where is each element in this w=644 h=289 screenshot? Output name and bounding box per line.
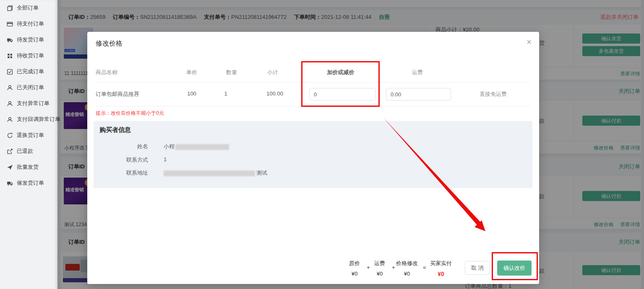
- cell-qty: 1: [224, 90, 227, 97]
- sidebar-item-label: 批量发货: [17, 163, 39, 171]
- sidebar-item-closed[interactable]: 已关闭订单: [0, 80, 57, 95]
- price-warning-text: 提示：改价后价格不能小于0元: [96, 110, 164, 117]
- col-header-product-name: 商品名称: [96, 69, 117, 76]
- agent-alert-icon: [7, 101, 13, 107]
- price-modify: 价格修改 ¥0: [392, 260, 422, 277]
- sidebar-item-urge-shipment[interactable]: 催发货订单: [0, 175, 57, 191]
- sidebar-item-label: 退换货订单: [17, 132, 44, 139]
- sidebar-item-callback-abnormal[interactable]: 支付回调异常订单: [0, 111, 57, 127]
- free-freight-link[interactable]: 直接免运费: [480, 90, 507, 98]
- agent-alert-icon: [7, 116, 13, 123]
- cell-subtotal: 100.00: [266, 90, 283, 97]
- price-modify-value: ¥0: [404, 271, 410, 277]
- phone-value: 1: [164, 156, 167, 163]
- sidebar-item-pending-receipt[interactable]: 待收货订单: [0, 48, 57, 64]
- sidebar-item-payment-abnormal[interactable]: 支付异常订单: [0, 95, 57, 111]
- buyer-pay: 买家实付 ¥0: [426, 260, 456, 277]
- cell-unit-price: 100: [187, 90, 196, 97]
- sidebar-item-label: 全部订单: [17, 4, 39, 12]
- equals-sign: =: [423, 264, 426, 271]
- sidebar: 全部订单 待支付订单 待发货订单 待收货订单 已完成订单 已关闭订单 支付异常订…: [0, 0, 57, 289]
- original-price-value: ¥0: [352, 271, 357, 277]
- adjust-price-input[interactable]: [309, 88, 375, 101]
- refresh-icon: [7, 132, 13, 139]
- col-header-subtotal: 小计: [267, 69, 278, 76]
- copy-icon: [7, 5, 13, 11]
- col-header-unit-price: 单价: [186, 69, 197, 76]
- page: 全部订单 待支付订单 待发货订单 待收货订单 已完成订单 已关闭订单 支付异常订…: [0, 0, 644, 289]
- buyer-info-panel: 购买者信息 姓名 小程 联系方式 1 联系地址 测试: [94, 121, 532, 188]
- name-label: 姓名: [99, 143, 148, 150]
- col-header-freight: 运费: [412, 69, 423, 76]
- dialog-title: 修改价格: [96, 39, 123, 48]
- col-header-adjust: 加价或减价: [327, 69, 355, 76]
- sidebar-item-label: 待收货订单: [17, 52, 44, 59]
- sidebar-item-label: 已完成订单: [17, 68, 44, 75]
- redacted-name: [175, 144, 229, 150]
- sidebar-item-refunded[interactable]: 已退款: [0, 143, 57, 159]
- truck-icon: [7, 180, 13, 186]
- close-icon[interactable]: ×: [527, 38, 532, 46]
- cell-product-name: 订单包邮商品推荐: [96, 90, 139, 98]
- check-square-icon: [7, 69, 13, 75]
- address-value: 测试: [164, 169, 267, 177]
- freight-price: 运费 ¥0: [365, 260, 394, 277]
- buyer-info-title: 购买者信息: [99, 126, 131, 134]
- sidebar-item-completed[interactable]: 已完成订单: [0, 64, 57, 80]
- sidebar-item-label: 已关闭订单: [17, 84, 44, 91]
- sidebar-item-all-orders[interactable]: 全部订单: [0, 0, 57, 16]
- sidebar-item-label: 待发货订单: [17, 36, 44, 44]
- truck-icon: [7, 37, 13, 43]
- sidebar-item-label: 催发货订单: [17, 179, 44, 187]
- sidebar-item-batch-shipment[interactable]: 批量发货: [0, 159, 57, 175]
- share-icon: [7, 148, 13, 155]
- paper-plane-icon: [7, 164, 13, 170]
- package-icon: [7, 53, 13, 59]
- freight-price-value: ¥0: [377, 271, 383, 277]
- col-header-qty: 数量: [226, 69, 237, 76]
- sidebar-item-return-exchange[interactable]: 退换货订单: [0, 127, 57, 143]
- agent-icon: [7, 85, 13, 91]
- credit-card-icon: [7, 21, 13, 27]
- confirm-modify-price-button[interactable]: 确认改价: [497, 261, 532, 276]
- sidebar-item-pending-payment[interactable]: 待支付订单: [0, 16, 57, 32]
- sidebar-item-label: 待支付订单: [17, 20, 44, 28]
- name-value: 小程: [164, 143, 229, 150]
- address-label: 联系地址: [99, 169, 148, 177]
- sidebar-item-label: 支付异常订单: [17, 100, 50, 107]
- freight-input[interactable]: [386, 88, 451, 101]
- sidebar-item-pending-shipment[interactable]: 待发货订单: [0, 32, 57, 48]
- phone-label: 联系方式: [99, 156, 148, 164]
- modify-price-dialog: 修改价格 × 商品名称 单价 数量 小计 加价或减价 运费 订单包邮商品推荐 1…: [87, 32, 539, 284]
- buyer-pay-value: ¥0: [438, 271, 444, 277]
- redacted-address: [164, 170, 255, 176]
- cancel-button[interactable]: 取 消: [465, 261, 490, 275]
- sidebar-item-label: 已退款: [17, 147, 33, 155]
- sidebar-item-label: 支付回调异常订单: [17, 116, 60, 123]
